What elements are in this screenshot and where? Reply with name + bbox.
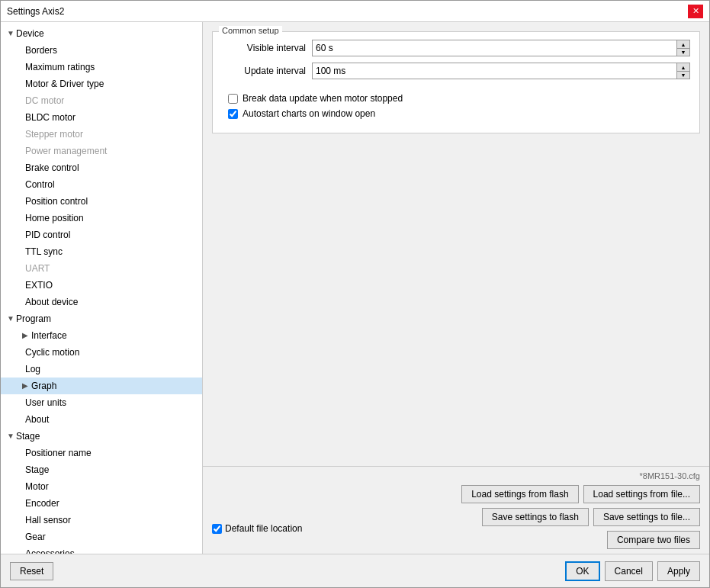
sidebar-group-device[interactable]: ▼ Device (1, 25, 202, 42)
sidebar-item-ttl-sync[interactable]: TTL sync (1, 243, 202, 260)
sidebar-item-hall-sensor[interactable]: Hall sensor (1, 512, 202, 529)
graph-label: Graph (31, 379, 56, 393)
stage-expand-icon: ▼ (7, 429, 16, 443)
update-interval-up-button[interactable]: ▲ (677, 63, 689, 71)
break-data-label: Break data update when motor stopped (243, 93, 403, 104)
stage-group-label: Stage (16, 429, 40, 443)
content-main: Common setup Visible interval ▲ ▼ (203, 22, 709, 466)
sidebar-item-gear[interactable]: Gear (1, 529, 202, 545)
sidebar-item-home-position[interactable]: Home position (1, 210, 202, 227)
save-settings-file-button[interactable]: Save settings to file... (593, 508, 700, 526)
update-interval-input-wrap: ▲ ▼ (312, 63, 690, 79)
sidebar: ▼ Device Borders Maximum ratings Motor &… (1, 22, 203, 554)
apply-button[interactable]: Apply (657, 561, 700, 581)
close-button[interactable]: ✕ (688, 5, 703, 18)
sidebar-item-uart[interactable]: UART (1, 260, 202, 277)
program-group-label: Program (16, 312, 51, 326)
break-data-row: Break data update when motor stopped (222, 93, 690, 104)
update-interval-spin-buttons: ▲ ▼ (676, 63, 689, 79)
sidebar-item-pid-control[interactable]: PID control (1, 227, 202, 243)
group-box-title: Common setup (219, 26, 282, 35)
sidebar-item-encoder[interactable]: Encoder (1, 495, 202, 512)
visible-interval-input[interactable] (313, 40, 676, 56)
device-expand-icon: ▼ (7, 27, 16, 40)
autostart-label: Autostart charts on window open (243, 108, 375, 119)
break-data-checkbox[interactable] (228, 94, 238, 104)
interface-label: Interface (31, 329, 67, 342)
visible-interval-input-wrap: ▲ ▼ (312, 40, 690, 56)
update-interval-row: Update interval ▲ ▼ (222, 63, 690, 79)
visible-interval-spin-buttons: ▲ ▼ (676, 40, 689, 56)
compare-row: Compare two files (482, 531, 700, 549)
load-settings-flash-button[interactable]: Load settings from flash (461, 485, 578, 503)
visible-interval-row: Visible interval ▲ ▼ (222, 40, 690, 56)
default-file-label: Default file location (225, 523, 302, 534)
sidebar-item-bldc-motor[interactable]: BLDC motor (1, 109, 202, 126)
sidebar-group-program[interactable]: ▼ Program (1, 310, 202, 327)
content-area: Common setup Visible interval ▲ ▼ (203, 22, 709, 554)
sidebar-item-stepper-motor[interactable]: Stepper motor (1, 126, 202, 143)
sidebar-item-accessories[interactable]: Accessories (1, 545, 202, 554)
sidebar-item-power-management[interactable]: Power management (1, 143, 202, 159)
sidebar-item-interface[interactable]: ▶ Interface (1, 327, 202, 344)
update-interval-input[interactable] (313, 63, 676, 79)
sidebar-item-cyclic-motion[interactable]: Cyclic motion (1, 344, 202, 361)
sidebar-item-motor[interactable]: Motor (1, 478, 202, 495)
sidebar-item-borders[interactable]: Borders (1, 42, 202, 59)
sidebar-item-log[interactable]: Log (1, 361, 202, 378)
bottom-bar: Reset OK Cancel Apply (1, 554, 709, 587)
update-interval-down-button[interactable]: ▼ (677, 71, 689, 79)
device-group-label: Device (16, 27, 44, 40)
update-interval-spinbox[interactable]: ▲ ▼ (312, 63, 690, 79)
sidebar-item-user-units[interactable]: User units (1, 394, 202, 411)
sidebar-item-extio[interactable]: EXTIO (1, 277, 202, 294)
interface-expand-icon: ▶ (22, 329, 31, 342)
autostart-row: Autostart charts on window open (222, 108, 690, 119)
sidebar-item-positioner-name[interactable]: Positioner name (1, 445, 202, 461)
sidebar-group-stage[interactable]: ▼ Stage (1, 428, 202, 445)
main-window: Settings Axis2 ✕ ▼ Device Borders Maximu… (0, 0, 710, 588)
sidebar-item-maximum-ratings[interactable]: Maximum ratings (1, 59, 202, 76)
main-content: ▼ Device Borders Maximum ratings Motor &… (1, 22, 709, 554)
update-interval-label: Update interval (222, 66, 306, 76)
sidebar-item-motor-driver[interactable]: Motor & Driver type (1, 76, 202, 92)
sidebar-item-about[interactable]: About (1, 411, 202, 428)
cancel-button[interactable]: Cancel (605, 561, 653, 581)
sidebar-item-graph[interactable]: ▶ Graph (1, 378, 202, 394)
bottom-right-buttons: OK Cancel Apply (565, 561, 700, 581)
default-file-checkbox-row: Default file location (212, 523, 302, 534)
visible-interval-spinbox[interactable]: ▲ ▼ (312, 40, 690, 56)
footer-top-buttons: Load settings from flash Load settings f… (212, 485, 700, 503)
window-title: Settings Axis2 (7, 6, 64, 17)
sidebar-item-brake-control[interactable]: Brake control (1, 159, 202, 176)
reset-button[interactable]: Reset (10, 562, 53, 580)
reset-section: Reset (10, 562, 53, 580)
compare-two-files-button[interactable]: Compare two files (607, 531, 700, 549)
content-footer: *8MR151-30.cfg Load settings from flash … (203, 466, 709, 554)
program-expand-icon: ▼ (7, 312, 16, 326)
sidebar-item-stage[interactable]: Stage (1, 461, 202, 478)
sidebar-item-dc-motor[interactable]: DC motor (1, 92, 202, 109)
common-setup-group: Common setup Visible interval ▲ ▼ (212, 31, 700, 133)
save-settings-flash-button[interactable]: Save settings to flash (482, 508, 589, 526)
sidebar-item-position-control[interactable]: Position control (1, 193, 202, 210)
title-bar: Settings Axis2 ✕ (1, 1, 709, 22)
default-file-checkbox[interactable] (212, 524, 222, 534)
load-settings-file-button[interactable]: Load settings from file... (583, 485, 700, 503)
autostart-checkbox[interactable] (228, 109, 238, 119)
sidebar-item-control[interactable]: Control (1, 176, 202, 193)
footer-bottom-row: Default file location Save settings to f… (212, 508, 700, 549)
graph-expand-icon: ▶ (22, 379, 31, 393)
sidebar-item-about-device[interactable]: About device (1, 294, 202, 310)
visible-interval-up-button[interactable]: ▲ (677, 40, 689, 48)
visible-interval-label: Visible interval (222, 43, 306, 53)
file-info: *8MR151-30.cfg (212, 471, 700, 480)
visible-interval-down-button[interactable]: ▼ (677, 48, 689, 56)
ok-button[interactable]: OK (565, 561, 599, 581)
